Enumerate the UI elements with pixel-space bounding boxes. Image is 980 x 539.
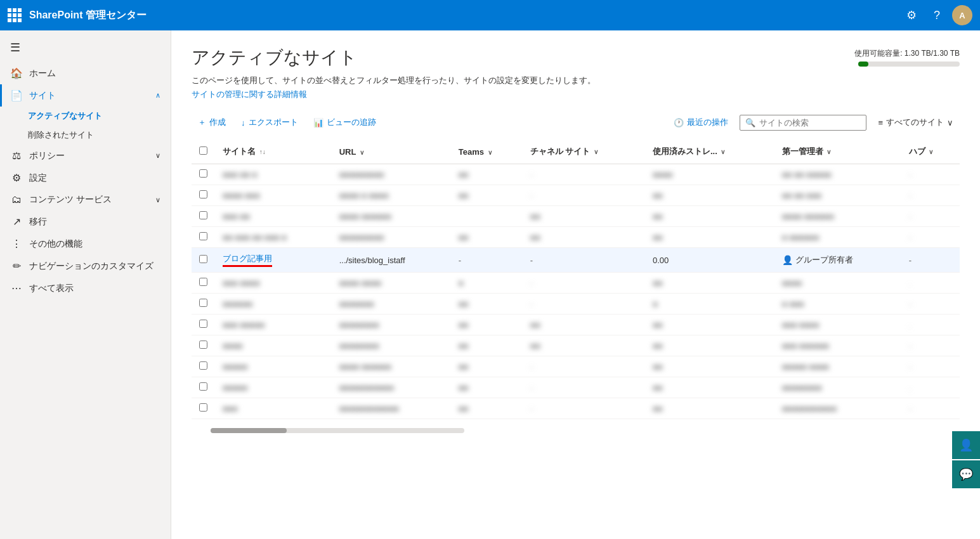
channel-cell: - [523,356,645,377]
admin-cell: ■■■■■■■■ [774,377,901,398]
blurred-content: ■■ [459,383,469,393]
row-checkbox-cell[interactable] [192,248,215,273]
recent-operations-button[interactable]: 🕐 最近の操作 [667,113,735,132]
table-row: ■■■ ■■■■■■ ■■■■■■■■■■■■■■ ■■■■■■- [192,206,960,227]
col-header-channel[interactable]: チャネル サイト ∨ [523,140,645,164]
scrollbar-thumb[interactable] [211,428,287,433]
sidebar-toggle[interactable]: ☰ [0,36,171,60]
site-name-cell[interactable]: ■■■ ■■■■■ [215,315,332,335]
row-checkbox-cell[interactable] [192,294,215,315]
site-name-cell[interactable]: ■■■■ ■■■ [215,185,332,206]
sidebar-item-show-all[interactable]: ⋯ すべて表示 [0,277,171,299]
teams-cell: - [451,248,523,273]
site-name-cell[interactable]: ■■■ ■■ ■ [215,164,332,185]
blurred-content: . [909,383,911,393]
channel-cell: - [523,164,645,185]
view-tracking-button[interactable]: 📊 ビューの追跡 [307,113,382,132]
row-select-checkbox[interactable] [199,169,207,178]
row-checkbox-cell[interactable] [192,335,215,356]
select-all-checkbox[interactable] [199,146,207,155]
site-name-cell[interactable]: ■■■■■■ [215,294,332,315]
sidebar-item-migration[interactable]: ↗ 移行 [0,211,171,233]
admin-cell: ■■■■■ ■■■■ [774,356,901,377]
settings-icon-button[interactable]: ⚙ [901,5,922,25]
row-select-checkbox[interactable] [199,361,207,370]
avatar[interactable]: A [952,5,972,25]
storage-cell: ■■ [645,335,774,356]
site-name-cell[interactable]: ■■■■ [215,335,332,356]
col-header-teams[interactable]: Teams ∨ [451,140,523,164]
site-name-cell[interactable]: ■■■■■ [215,356,332,377]
storage-cell: ■■ [645,227,774,248]
row-select-checkbox[interactable] [199,403,207,412]
settings-icon: ⚙ [10,172,23,184]
sidebar-item-deleted-sites[interactable]: 削除されたサイト [0,126,171,145]
site-name-cell[interactable]: ■■■ [215,398,332,419]
table-row: ■■■ ■■■■■■■■ ■■■■■-■■■■■■. [192,273,960,294]
row-checkbox-cell[interactable] [192,377,215,398]
row-select-checkbox[interactable] [199,232,207,240]
sidebar-item-other-features[interactable]: ⋮ その他の機能 [0,233,171,255]
row-select-checkbox[interactable] [199,190,207,198]
search-input[interactable] [759,118,861,127]
hub-cell: . [901,273,960,294]
float-person-button[interactable]: 👤 [952,431,980,459]
col-header-url[interactable]: URL ∨ [332,140,451,164]
search-box[interactable]: 🔍 [740,115,866,131]
row-checkbox-cell[interactable] [192,227,215,248]
row-checkbox-cell[interactable] [192,206,215,227]
sidebar-item-nav-customize[interactable]: ✏ ナビゲーションのカスタマイズ [0,255,171,277]
toolbar-right: 🕐 最近の操作 🔍 ≡ すべてのサイト ∨ [667,113,960,132]
person-icon: 👤 [782,255,793,265]
blurred-content: - [909,212,911,221]
dropdown-icon: ∨ [947,118,953,127]
sidebar-item-home[interactable]: 🏠 ホーム [0,62,171,84]
site-name-cell[interactable]: ■■■ ■■■■ [215,273,332,294]
site-url-cell: .../sites/blog_istaff [332,248,451,273]
storage-cell: ■■ [645,377,774,398]
select-all-header[interactable] [192,140,215,164]
row-checkbox-cell[interactable] [192,273,215,294]
float-chat-button[interactable]: 💬 [952,460,980,488]
col-header-hub[interactable]: ハブ ∨ [901,140,960,164]
export-button[interactable]: ↓ エクスポート [235,113,304,132]
col-header-storage[interactable]: 使用済みストレ... ∨ [645,140,774,164]
create-button[interactable]: ＋ 作成 [192,113,232,132]
col-header-admin[interactable]: 第一管理者 ∨ [774,140,901,164]
site-name-link[interactable]: ブログ記事用 [223,254,272,263]
filter-button[interactable]: ≡ すべてのサイト ∨ [872,113,960,132]
row-select-checkbox[interactable] [199,278,207,286]
row-select-checkbox[interactable] [199,341,207,349]
scrollbar-track[interactable] [211,428,464,433]
row-select-checkbox[interactable] [199,299,207,307]
hub-cell: - [901,398,960,419]
sidebar-item-active-sites[interactable]: アクティブなサイト [0,107,171,126]
row-select-checkbox[interactable] [199,255,207,263]
sidebar-label-migration: 移行 [29,216,47,228]
sort-icon4: ∨ [721,148,725,155]
sidebar-item-settings[interactable]: ⚙ 設定 [0,167,171,189]
row-checkbox-cell[interactable] [192,185,215,206]
sidebar-item-content-services[interactable]: 🗂 コンテンツ サービス ∨ [0,189,171,211]
row-select-checkbox[interactable] [199,382,207,391]
site-name-cell[interactable]: ■■■ ■■ [215,206,332,227]
admin-cell: ■ ■■■ [774,294,901,315]
site-name-cell[interactable]: ブログ記事用 [215,248,332,273]
sidebar-item-policy[interactable]: ⚖ ポリシー ∨ [0,145,171,167]
row-checkbox-cell[interactable] [192,356,215,377]
sidebar-item-site[interactable]: 📄 サイト ∧ [0,84,171,107]
row-checkbox-cell[interactable] [192,164,215,185]
page-link[interactable]: サイトの管理に関する詳細情報 [192,89,307,99]
site-name-cell[interactable]: ■■ ■■■ ■■ ■■■ ■ [215,227,332,248]
site-name-cell[interactable]: ■■■■■ [215,377,332,398]
help-icon-button[interactable]: ? [927,5,947,25]
blurred-content: ■■ ■■ ■■■■■ [782,170,832,179]
row-select-checkbox[interactable] [199,320,207,328]
waffle-menu[interactable] [8,8,22,22]
row-checkbox-cell[interactable] [192,315,215,335]
scrollbar-area[interactable] [192,424,960,437]
filter-icon: ≡ [878,118,883,127]
row-select-checkbox[interactable] [199,211,207,219]
col-header-sitename[interactable]: サイト名 ↑↓ [215,140,332,164]
row-checkbox-cell[interactable] [192,398,215,419]
